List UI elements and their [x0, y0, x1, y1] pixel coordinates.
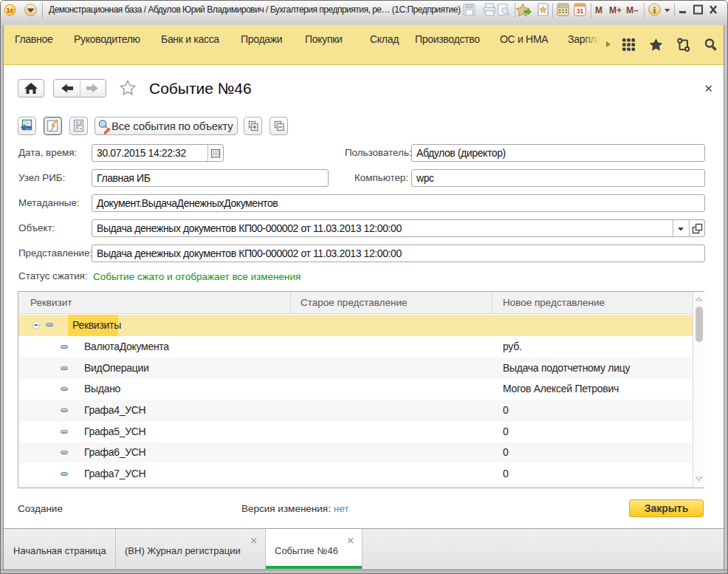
svg-text:M–: M–	[626, 5, 639, 16]
svg-text:1с: 1с	[6, 7, 13, 14]
svg-text:31: 31	[577, 7, 584, 15]
svg-text:M+: M+	[609, 5, 622, 16]
svg-text:M: M	[595, 5, 602, 16]
